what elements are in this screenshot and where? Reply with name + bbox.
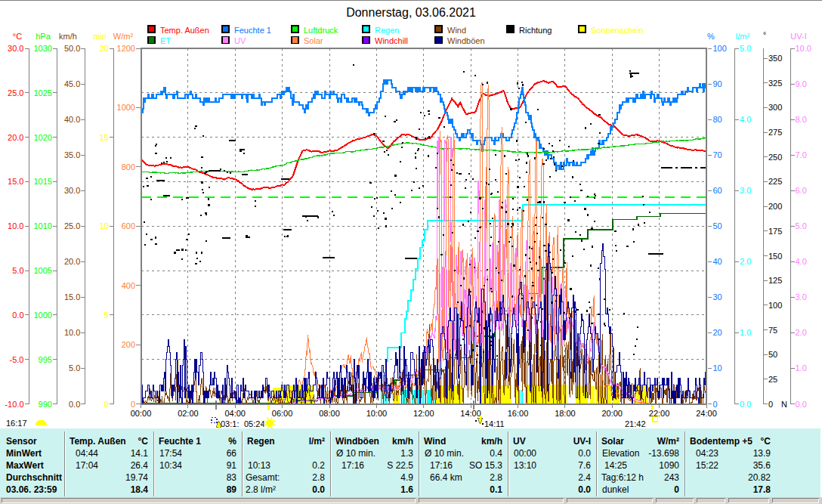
svg-text:400: 400 [122,281,135,290]
svg-text:1000: 1000 [33,311,51,320]
svg-text:19.74: 19.74 [125,472,148,483]
svg-text:Temp. Außen: Temp. Außen [160,26,209,35]
svg-text:06:00: 06:00 [272,409,293,418]
svg-text:24:00: 24:00 [696,409,717,418]
svg-text:30.0: 30.0 [8,44,23,53]
svg-text:175: 175 [768,227,782,236]
svg-text:70: 70 [713,150,722,159]
svg-text:°: ° [763,31,766,39]
svg-text:km/h: km/h [481,436,502,447]
svg-text:45.0: 45.0 [64,79,80,88]
svg-text:17:54: 17:54 [159,448,182,459]
svg-text:03:1:: 03:1: [221,419,239,428]
svg-text:0.2: 0.2 [312,460,325,471]
svg-text:1.6: 1.6 [400,484,413,495]
svg-text:200: 200 [122,340,135,349]
svg-text:15: 15 [99,133,108,142]
svg-text:0: 0 [713,400,718,409]
svg-text:SO 15.3: SO 15.3 [469,460,502,471]
svg-text:Windböen: Windböen [447,36,485,45]
svg-text:2.4: 2.4 [578,472,591,483]
svg-text:0: 0 [768,400,773,409]
svg-text:91: 91 [227,460,237,471]
svg-text:2.8: 2.8 [312,472,325,483]
svg-text:00:00: 00:00 [131,409,152,418]
svg-text:0: 0 [131,400,135,409]
svg-text:10.0: 10.0 [8,221,23,230]
svg-text:0.0: 0.0 [69,400,80,409]
svg-text:5: 5 [104,311,109,320]
svg-text:800: 800 [122,162,135,172]
svg-text:Luftdruck: Luftdruck [304,26,338,35]
svg-text:1010: 1010 [33,221,51,230]
svg-text:1020: 1020 [33,133,51,142]
svg-text:S 22.5: S 22.5 [387,460,413,471]
svg-text:1030: 1030 [33,44,51,53]
svg-text:20: 20 [99,44,108,53]
svg-text:1200: 1200 [117,44,135,53]
svg-text:18:00: 18:00 [555,409,576,418]
svg-text:10:00: 10:00 [366,409,388,418]
svg-text:25.0: 25.0 [64,221,80,230]
svg-text:4.9: 4.9 [400,472,413,483]
svg-text:17:16: 17:16 [430,460,453,471]
svg-text:Feuchte 1: Feuchte 1 [159,436,201,447]
svg-text:-5.0: -5.0 [10,355,24,364]
svg-text:20.0: 20.0 [8,133,23,142]
svg-text:40.0: 40.0 [64,115,80,124]
svg-text:83: 83 [227,472,237,483]
svg-text:10:13: 10:13 [248,460,270,471]
svg-text:100: 100 [768,301,782,310]
svg-text:Gesamt:: Gesamt: [246,472,280,483]
svg-text:14.1: 14.1 [131,448,149,459]
svg-text:26.4: 26.4 [131,460,149,471]
svg-text:14:11: 14:11 [484,419,505,428]
svg-text:10: 10 [713,363,722,373]
svg-text:2.8: 2.8 [490,472,502,483]
svg-text:Tag:6:12 h: Tag:6:12 h [601,472,644,483]
svg-text:km/h: km/h [392,436,413,447]
svg-text:22:00: 22:00 [649,409,670,418]
svg-text:5.0: 5.0 [12,266,23,275]
svg-text:300: 300 [768,103,782,112]
svg-text:16:00: 16:00 [508,409,529,418]
svg-text:Sonnenschein: Sonnenschein [591,26,644,35]
svg-text:5.0: 5.0 [69,363,80,373]
svg-text:15:22: 15:22 [696,460,718,471]
svg-text:%: % [707,32,715,41]
svg-text:10.0: 10.0 [796,44,811,53]
svg-text:UV-I: UV-I [573,436,591,447]
svg-text:04:44: 04:44 [76,448,98,459]
svg-text:75: 75 [768,326,777,335]
svg-text:UV: UV [513,436,526,447]
svg-text:125: 125 [768,276,782,285]
svg-text:243: 243 [664,472,679,483]
svg-text:%: % [228,436,236,447]
svg-text:0.0: 0.0 [578,448,591,459]
svg-text:20:00: 20:00 [601,409,623,418]
svg-text:50.0: 50.0 [64,44,80,53]
svg-text:89: 89 [227,484,237,495]
svg-text:90: 90 [713,79,722,88]
svg-text:995: 995 [39,355,52,364]
svg-text:10.0: 10.0 [64,328,80,337]
svg-text:600: 600 [122,221,135,230]
svg-text:16:17: 16:17 [6,419,27,428]
svg-text:Bodentemp +5: Bodentemp +5 [690,436,752,447]
svg-text:dunkel: dunkel [602,484,629,495]
svg-text:4.0: 4.0 [740,115,751,124]
svg-text:21:42: 21:42 [625,419,646,428]
svg-text:350: 350 [768,54,782,63]
svg-text:15.0: 15.0 [8,177,23,186]
svg-text:20: 20 [713,328,722,337]
svg-text:Durchschnitt: Durchschnitt [6,472,62,483]
svg-text:100: 100 [713,44,727,53]
svg-text:0.0: 0.0 [578,484,591,495]
svg-text:1025: 1025 [33,88,51,97]
svg-text:5.0: 5.0 [796,221,807,230]
svg-text:05:24: 05:24 [244,419,265,428]
svg-text:UV: UV [234,36,246,45]
svg-text:1.3: 1.3 [400,448,413,459]
svg-text:15.0: 15.0 [64,292,80,301]
svg-text:5.0: 5.0 [740,44,751,53]
